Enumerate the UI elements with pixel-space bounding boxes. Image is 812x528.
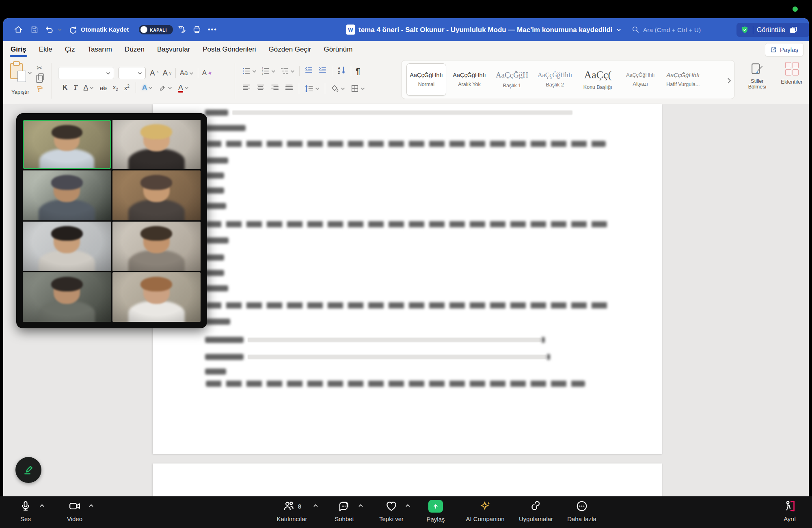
status-dot [793,6,798,12]
participants-options-icon[interactable] [313,502,318,509]
justify-button[interactable] [285,83,294,94]
add-ins-icon [785,62,799,75]
print-icon[interactable] [192,25,201,34]
change-case-button[interactable]: Aa [180,69,194,77]
react-button[interactable]: Tepki ver [366,500,417,522]
participant-video[interactable] [112,120,201,169]
participant-video[interactable] [23,272,111,322]
share-document-button[interactable]: Paylaş [765,43,803,56]
style-aralik-yok[interactable]: AaÇçĞğHhIı Aralık Yok [450,64,489,95]
video-options-icon[interactable] [89,502,94,509]
superscript-button[interactable]: x2 [124,84,130,91]
styles-pane-button[interactable]: StillerBölmesi [743,62,771,90]
paste-dropdown-icon[interactable] [28,69,32,76]
title-dropdown-icon[interactable] [616,28,621,31]
clipboard-sheet [17,71,26,82]
video-button[interactable]: Video [50,500,100,522]
text-effects-button[interactable]: A [142,84,153,92]
grow-font-button[interactable]: A^ [150,69,158,78]
more-button[interactable]: Daha fazla [557,500,607,522]
borders-button[interactable] [350,84,365,93]
tab-gozden-gecir[interactable]: Gözden Geçir [269,41,311,58]
tab-ekle[interactable]: Ekle [39,41,52,58]
search-field[interactable]: Ara (Cmd + Ctrl + U) [632,26,701,34]
participant-video[interactable] [23,222,111,271]
shrink-font-button[interactable]: Av [162,69,171,78]
style-normal[interactable]: AaÇçĞğHhIı Normal [406,63,446,96]
subscript-button[interactable]: x2 [113,84,118,92]
participant-video[interactable] [112,272,201,322]
line-spacing-button[interactable] [304,84,320,93]
italic-button[interactable]: T [73,84,77,92]
paste-button[interactable] [10,63,23,79]
participants-button[interactable]: 8 Katılımcılar [267,500,317,522]
video-gallery[interactable] [16,113,207,328]
audio-options-icon[interactable] [39,502,45,509]
align-center-button[interactable] [256,83,265,94]
participant-video[interactable] [112,170,201,220]
align-right-button[interactable] [270,83,279,94]
sort-button[interactable]: AZ [337,65,346,77]
bullets-button[interactable] [242,67,257,75]
increase-indent-button[interactable] [318,66,327,77]
tab-giris[interactable]: Giriş [11,41,26,58]
copy-icon[interactable] [36,75,43,83]
redo-icon[interactable] [68,25,78,34]
tab-posta-gonderileri[interactable]: Posta Gönderileri [203,41,256,58]
highlight-button[interactable] [159,84,172,92]
participant-video[interactable] [23,170,111,220]
underline-button[interactable]: A [84,84,94,92]
participant-video[interactable] [23,120,111,169]
cut-icon[interactable]: ✂ [37,64,42,72]
chat-icon [338,500,350,512]
leave-button[interactable]: Ayrıl [764,500,812,522]
style-baslik-2[interactable]: AaÇçĞğHhIı Başlık 2 [535,64,574,95]
shading-button[interactable] [330,84,345,93]
chat-options-icon[interactable] [358,502,363,509]
share-screen-button[interactable]: Paylaş [410,500,461,523]
tab-tasarim[interactable]: Tasarım [87,41,112,58]
show-marks-button[interactable]: ¶ [356,67,360,76]
more-options-icon[interactable]: ••• [208,26,217,33]
format-painter-icon[interactable] [36,86,43,93]
style-baslik-1[interactable]: AaÇçĞğH Başlık 1 [492,64,531,95]
home-icon[interactable] [14,25,23,34]
style-konu-basligi[interactable]: AaÇç( Konu Başlığı [578,64,617,95]
numbering-button[interactable]: 123 [261,67,276,75]
strikethrough-button[interactable]: ab [100,84,107,91]
autosave-toggle[interactable]: KAPALI [139,25,173,34]
font-color-button[interactable]: A [178,84,188,92]
ai-companion-button[interactable]: AI Companion [460,500,510,522]
react-options-icon[interactable] [405,502,410,509]
font-name-select[interactable] [58,67,114,79]
apps-icon [530,500,542,512]
save-icon[interactable] [30,26,39,34]
style-altyazi[interactable]: AaÇçĞğHhIı Altyazı [621,64,660,95]
tab-basvurular[interactable]: Başvurular [157,41,190,58]
document-title-group[interactable]: W tema 4 öneri - Salt Okunur - Uyumluluk… [346,25,621,35]
svg-text:3: 3 [262,72,263,75]
bold-button[interactable]: K [63,84,67,92]
decrease-indent-button[interactable] [304,66,313,77]
annotate-button[interactable] [15,457,41,483]
font-size-select[interactable] [118,67,146,79]
apps-button[interactable]: Uygulamalar [511,500,561,522]
align-left-button[interactable] [242,83,251,94]
document-page-1[interactable] [153,104,662,454]
tab-gorunum[interactable]: Görünüm [324,41,353,58]
styles-more-icon[interactable] [727,78,731,86]
add-ins-button[interactable]: Eklentiler [774,62,809,85]
multilevel-list-button[interactable] [280,67,295,75]
clear-formatting-button[interactable]: A✦ [202,69,212,77]
undo-dropdown-icon[interactable] [58,28,62,31]
undo-icon[interactable] [45,25,54,34]
tab-duzen[interactable]: Düzen [125,41,145,58]
audio-button[interactable]: Ses [0,500,51,522]
chat-button[interactable]: Sohbet [319,500,369,522]
style-hafif-vurgula[interactable]: AaÇçĞğHhIı Hafif Vurgula... [663,64,702,95]
participant-video[interactable] [112,222,201,271]
tab-ciz[interactable]: Çiz [65,41,75,58]
protected-shield-icon [741,26,749,34]
view-mode-pill[interactable]: Görüntüle [736,23,809,37]
save-as-icon[interactable] [177,25,186,34]
